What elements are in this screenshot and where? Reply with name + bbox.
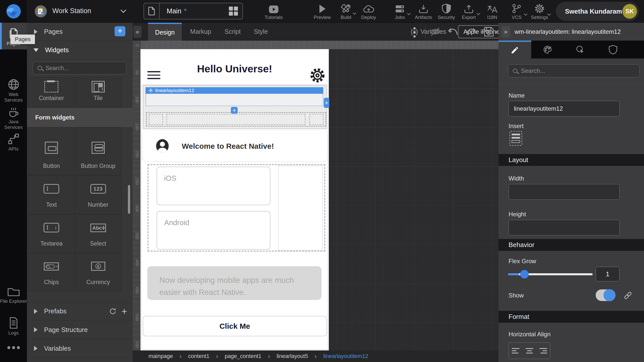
height-field[interactable] xyxy=(509,220,620,235)
tab-design[interactable]: Design xyxy=(148,23,182,41)
breadcrumb-item[interactable]: linearlayout5 xyxy=(277,353,308,359)
width-field[interactable] xyxy=(509,184,620,200)
prefabs-tools: + xyxy=(109,308,127,315)
collapse-right-panel-button[interactable]: » xyxy=(502,26,510,38)
widget-currency[interactable]: $ Currency xyxy=(75,253,122,291)
grid-column-placeholder[interactable] xyxy=(309,114,324,125)
align-right-button[interactable] xyxy=(536,343,550,359)
grid-column-placeholder[interactable] xyxy=(166,114,305,125)
breadcrumb-separator: › xyxy=(216,352,218,360)
grid-column-placeholder[interactable] xyxy=(149,114,163,125)
open-page-tab[interactable]: Main * xyxy=(144,3,243,19)
align-center-button[interactable] xyxy=(523,343,536,359)
deploy-button[interactable]: Deploy xyxy=(355,3,382,20)
show-toggle[interactable] xyxy=(596,289,615,301)
hide-markers-icon[interactable] xyxy=(429,27,441,37)
i18n-button[interactable]: I18N xyxy=(478,3,506,20)
grid-row-placeholder[interactable] xyxy=(146,112,326,127)
refresh-icon[interactable] xyxy=(109,308,117,315)
selected-widget-label[interactable]: ✛ linearlayoutitem12 xyxy=(146,87,323,94)
move-handle-icon[interactable]: ✛ xyxy=(149,87,153,94)
selected-linearlayoutitem[interactable] xyxy=(146,94,323,106)
app-settings-gear-icon[interactable] xyxy=(310,68,325,83)
redo-icon[interactable] xyxy=(465,27,476,37)
format-section-header[interactable]: Format xyxy=(498,311,644,323)
tab-properties[interactable] xyxy=(498,41,531,58)
sidebar-item-file-explorer[interactable]: File Explorer xyxy=(0,286,27,304)
undo-icon[interactable] xyxy=(448,27,459,37)
canvas-kebab-menu[interactable] xyxy=(413,27,416,38)
page-structure-section-header[interactable]: Page Structure xyxy=(27,321,133,339)
ios-list-item[interactable]: iOS xyxy=(157,167,270,205)
behavior-section-header[interactable]: Behavior xyxy=(498,239,644,251)
name-field[interactable]: linearlayoutitem12 xyxy=(509,101,620,116)
bind-property-icon[interactable] xyxy=(623,290,633,300)
project-icon[interactable] xyxy=(35,5,47,17)
horizontal-align-group xyxy=(509,342,550,359)
project-chevron-down-icon[interactable] xyxy=(121,7,126,13)
breadcrumb-item-active[interactable]: linearlayoutitem12 xyxy=(323,353,368,359)
breadcrumb-item[interactable]: page_content1 xyxy=(225,353,261,359)
container-icon xyxy=(28,81,75,93)
tab-styles[interactable] xyxy=(531,41,564,58)
widget-text[interactable]: I Text xyxy=(28,176,75,214)
widget-search-input[interactable]: Search... xyxy=(33,62,126,74)
flex-grow-slider[interactable] xyxy=(508,273,593,275)
insert-widget-below-button[interactable]: + xyxy=(231,107,238,114)
widgets-section-header[interactable]: Widgets xyxy=(27,41,133,59)
empty-column-placeholder[interactable] xyxy=(278,166,323,251)
breadcrumb-item[interactable]: content1 xyxy=(188,353,209,359)
user-menu[interactable]: Swetha Kundaram SK xyxy=(556,2,639,21)
insert-linearlayout-button[interactable] xyxy=(510,131,522,146)
welcome-card[interactable]: Welcome to React Native! xyxy=(143,131,327,161)
android-list-item[interactable]: Android xyxy=(157,211,270,250)
tab-script[interactable]: Script xyxy=(220,23,245,41)
widget-button[interactable]: Button xyxy=(28,128,75,175)
button-icon xyxy=(28,142,75,154)
tab-markup[interactable]: Markup xyxy=(186,23,216,41)
widget-chips[interactable]: ×| Chips xyxy=(28,253,75,291)
tutorials-button[interactable]: Tutorials xyxy=(260,3,288,20)
flex-grow-value[interactable]: 1 xyxy=(596,267,620,281)
collapse-left-panel-button[interactable]: « xyxy=(133,26,141,38)
layout-section-header[interactable]: Layout xyxy=(498,154,644,166)
widget-button-group[interactable]: Button Group xyxy=(75,128,122,175)
breadcrumb-item[interactable]: mainpage xyxy=(149,353,173,359)
prefabs-section-header[interactable]: Prefabs + xyxy=(27,302,133,320)
sidebar-item-apis[interactable]: APIs xyxy=(0,133,27,152)
sidebar-more-button[interactable] xyxy=(0,346,27,349)
click-me-button[interactable]: Click Me xyxy=(143,316,327,336)
widget-number[interactable]: 123 Number xyxy=(75,176,122,214)
add-prefab-icon[interactable]: + xyxy=(122,308,127,315)
sidebar-item-logs[interactable]: Logs xyxy=(0,317,27,336)
note-text-block[interactable]: Now developing mobile apps are much easi… xyxy=(147,266,321,300)
chips-icon: ×| xyxy=(28,262,75,270)
width-label: Width xyxy=(509,175,524,182)
save-icon[interactable] xyxy=(484,26,494,37)
pages-grid-icon[interactable] xyxy=(229,7,238,16)
inspect-cursor-icon xyxy=(576,45,585,54)
sidebar-item-web-services[interactable]: Web Services xyxy=(0,79,27,103)
tab-security[interactable] xyxy=(597,41,629,58)
widget-textarea[interactable]: I↕ Textarea xyxy=(28,215,75,253)
project-name[interactable]: Work Station xyxy=(52,7,91,15)
sidebar-item-java-services[interactable]: Java Services xyxy=(0,106,27,130)
variables-section-header[interactable]: Variables xyxy=(27,339,133,358)
form-widgets-row-3: I↕ Textarea Abc Select xyxy=(28,214,122,253)
widget-tile[interactable]: Tile xyxy=(75,77,122,107)
add-page-button[interactable]: + xyxy=(115,26,125,36)
insert-widget-right-button[interactable]: + xyxy=(324,98,329,108)
os-list-container[interactable]: iOS Android xyxy=(148,164,325,252)
page-modified-indicator: * xyxy=(184,7,187,15)
align-left-button[interactable] xyxy=(509,343,523,359)
tab-style[interactable]: Style xyxy=(249,23,272,41)
settings-button[interactable]: Settings xyxy=(526,3,553,20)
slider-thumb[interactable] xyxy=(520,270,529,279)
widget-select[interactable]: Abc Select xyxy=(75,215,122,253)
tab-inspector[interactable] xyxy=(564,41,597,58)
properties-panel: » wm-linearlayoutitem: linearlayoutitem1… xyxy=(498,23,644,362)
widget-container[interactable]: Container xyxy=(28,77,75,107)
properties-search-input[interactable]: Search... xyxy=(508,64,640,77)
panel-scrollbar[interactable] xyxy=(128,185,130,214)
wavemaker-logo-icon[interactable] xyxy=(0,0,27,23)
